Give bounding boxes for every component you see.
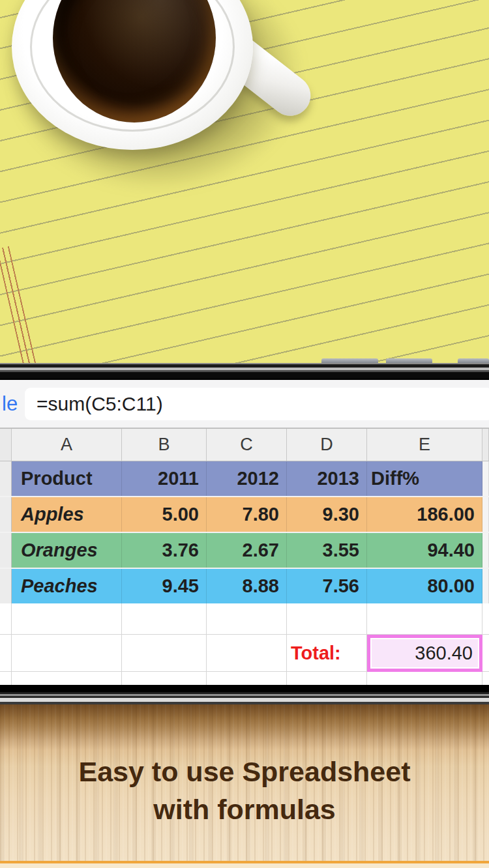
- caption-line-1: Easy to use Spreadsheet: [0, 753, 489, 790]
- phone-top-bezel: [0, 363, 489, 380]
- column-header-row: A B C D E: [0, 428, 489, 461]
- row-header-sliver: [0, 603, 12, 635]
- row-header-sliver: [0, 672, 12, 685]
- row-header-sliver: [0, 461, 12, 496]
- cell-overflow: [482, 497, 489, 532]
- cell-value[interactable]: 5.00: [122, 497, 207, 532]
- empty-cell[interactable]: [287, 603, 367, 635]
- empty-cell[interactable]: [122, 672, 207, 685]
- cell-product-name[interactable]: Oranges: [12, 533, 122, 568]
- table-row-oranges: Oranges 3.76 2.67 3.55 94.40: [0, 532, 489, 568]
- column-header-d[interactable]: D: [287, 429, 367, 461]
- cell-value[interactable]: 186.00: [367, 497, 482, 532]
- cell-year-2012[interactable]: 2012: [207, 461, 287, 496]
- column-header-a[interactable]: A: [12, 429, 122, 461]
- column-header-overflow: [482, 429, 489, 461]
- app-store-screenshot: le =sum(C5:C11) A B C D E Product 2011 2…: [0, 0, 489, 868]
- cell-product-name[interactable]: Apples: [12, 497, 122, 532]
- table-row-peaches: Peaches 9.45 8.88 7.56 80.00: [0, 568, 489, 603]
- formula-toolbar: le =sum(C5:C11): [0, 380, 489, 428]
- empty-cell[interactable]: [207, 635, 287, 672]
- empty-cell[interactable]: [122, 603, 207, 635]
- cell-overflow: [482, 603, 489, 635]
- selected-total-cell[interactable]: 360.40: [367, 635, 482, 672]
- cell-overflow: [482, 569, 489, 603]
- table-header-row: Product 2011 2012 2013 Diff%: [0, 461, 489, 496]
- table-row-apples: Apples 5.00 7.80 9.30 186.00: [0, 496, 489, 532]
- cell-value[interactable]: 7.80: [207, 497, 287, 532]
- empty-cell[interactable]: [12, 603, 122, 635]
- notepad-background: [0, 0, 489, 364]
- empty-cell[interactable]: [12, 672, 122, 685]
- row-header-sliver: [0, 497, 12, 532]
- column-header-c[interactable]: C: [207, 429, 287, 461]
- cell-product-name[interactable]: Peaches: [12, 569, 122, 603]
- cell-value[interactable]: 3.55: [287, 533, 367, 568]
- cell-value[interactable]: 3.76: [122, 533, 207, 568]
- cell-diff-header[interactable]: Diff%: [367, 461, 482, 496]
- desk-edge-foot: [0, 863, 489, 868]
- cell-year-2011[interactable]: 2011: [122, 461, 207, 496]
- total-label-cell[interactable]: Total:: [287, 635, 367, 672]
- cell-value[interactable]: 2.67: [207, 533, 287, 568]
- spreadsheet-grid: A B C D E Product 2011 2012 2013 Diff% A: [0, 428, 489, 685]
- wood-desk-background: Easy to use Spreadsheet with formulas: [0, 704, 489, 868]
- empty-cell[interactable]: [287, 672, 367, 685]
- cell-value[interactable]: 9.30: [287, 497, 367, 532]
- phone-bottom-bezel: [0, 685, 489, 704]
- row-header-sliver: [0, 429, 12, 461]
- empty-cell[interactable]: [207, 672, 287, 685]
- partial-row: [0, 672, 489, 685]
- total-row: Total: 360.40: [0, 635, 489, 672]
- caption-line-2: with formulas: [0, 790, 489, 828]
- cell-value[interactable]: 94.40: [367, 533, 482, 568]
- empty-cell[interactable]: [12, 635, 122, 672]
- empty-cell[interactable]: [367, 672, 482, 685]
- formula-input[interactable]: =sum(C5:C11): [25, 388, 489, 420]
- empty-cell[interactable]: [367, 603, 482, 635]
- marketing-caption: Easy to use Spreadsheet with formulas: [0, 753, 489, 828]
- row-header-sliver: [0, 635, 12, 672]
- cell-overflow: [482, 533, 489, 568]
- cell-overflow: [482, 461, 489, 496]
- empty-row: [0, 603, 489, 635]
- column-header-e[interactable]: E: [367, 429, 482, 461]
- cell-overflow: [482, 635, 489, 672]
- empty-cell[interactable]: [207, 603, 287, 635]
- empty-cell[interactable]: [122, 635, 207, 672]
- cell-overflow: [482, 672, 489, 685]
- cell-value[interactable]: 80.00: [367, 569, 482, 603]
- cell-product-header[interactable]: Product: [12, 461, 122, 496]
- phone-drop-shadow: [0, 704, 489, 750]
- cell-value[interactable]: 7.56: [287, 569, 367, 603]
- cell-value[interactable]: 9.45: [122, 569, 207, 603]
- phone-screen: le =sum(C5:C11) A B C D E Product 2011 2…: [0, 380, 489, 685]
- row-header-sliver: [0, 533, 12, 568]
- cell-year-2013[interactable]: 2013: [287, 461, 367, 496]
- row-header-sliver: [0, 569, 12, 603]
- column-header-b[interactable]: B: [122, 429, 207, 461]
- cell-value[interactable]: 8.88: [207, 569, 287, 603]
- toolbar-left-button[interactable]: le: [2, 380, 18, 428]
